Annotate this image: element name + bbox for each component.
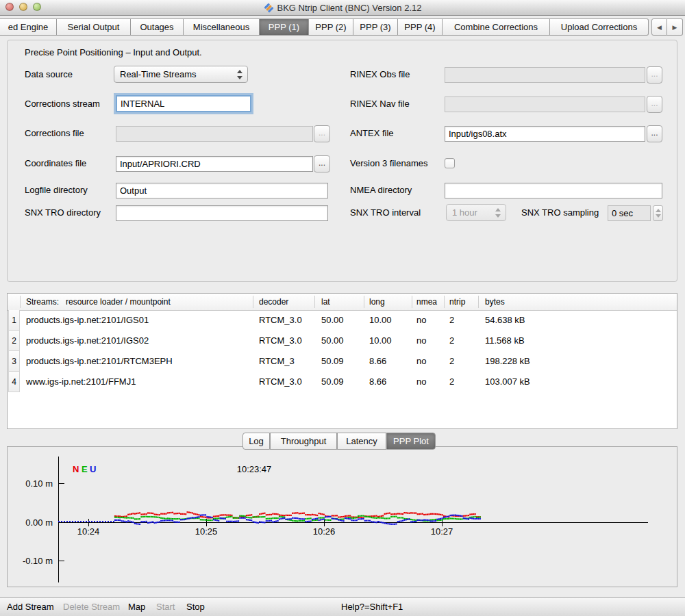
column-header-decoder: decoder xyxy=(259,294,288,310)
x-tick-label: 10:27 xyxy=(431,526,453,537)
cell-ntrip: 2 xyxy=(449,331,454,351)
snx-tro-directory-label: SNX TRO directory xyxy=(25,205,101,221)
combo-updown-icon xyxy=(495,208,501,218)
tab-ed-engine[interactable]: ed Engine xyxy=(0,18,57,36)
stream-row-3[interactable]: 3products.igs-ip.net:2101/RTCM3EPHRTCM_3… xyxy=(8,351,677,372)
snx-tro-interval-select: 1 hour xyxy=(446,204,506,221)
snx-tro-sampling-input xyxy=(608,205,651,221)
coordinates-file-browse-button[interactable]: ... xyxy=(314,155,330,172)
corrections-file-label: Corrections file xyxy=(25,125,84,142)
tab-serial-output[interactable]: Serial Output xyxy=(57,18,131,36)
rinex-obs-file-label: RINEX Obs file xyxy=(350,66,410,83)
tab-scroll-right-button[interactable]: ▶ xyxy=(667,18,683,36)
ppp1-panel: Precise Point Positioning – Input and Ou… xyxy=(7,40,677,282)
logfile-directory-label: Logfile directory xyxy=(25,182,88,198)
corrections-file-browse-button: ... xyxy=(314,125,330,142)
combo-updown-icon xyxy=(237,70,242,79)
cell-mountpoint: www.igs-ip.net:2101/FFMJ1 xyxy=(26,372,136,392)
tab-ppp-4[interactable]: PPP (4) xyxy=(398,18,443,36)
cell-long: 10.00 xyxy=(369,310,392,331)
data-source-value: Real-Time Streams xyxy=(120,69,196,79)
tab-outages[interactable]: Outages xyxy=(131,18,184,36)
tab-ppp-plot[interactable]: PPP Plot xyxy=(386,433,436,450)
cell-nmea: no xyxy=(416,331,426,351)
data-source-label: Data source xyxy=(25,66,73,83)
tab-upload-corrections[interactable]: Upload Corrections xyxy=(550,18,649,36)
cell-ntrip: 2 xyxy=(449,372,454,392)
bottom-toolbar: Add StreamDelete StreamMapStartStop Help… xyxy=(0,597,685,616)
rinex-obs-file-input xyxy=(445,67,645,83)
cell-lat: 50.00 xyxy=(321,310,344,331)
snx-tro-directory-input[interactable] xyxy=(116,205,328,221)
cell-nmea: no xyxy=(416,372,426,392)
coordinates-file-label: Coordinates file xyxy=(25,155,86,172)
add-stream-button[interactable]: Add Stream xyxy=(7,598,54,616)
stream-row-2[interactable]: 2products.igs-ip.net:2101/IGS02RTCM_3.05… xyxy=(8,331,677,351)
cell-lat: 50.09 xyxy=(321,372,344,392)
snx-tro-sampling-stepper xyxy=(653,205,663,221)
cell-bytes: 54.638 kB xyxy=(485,310,525,331)
tab-combine-corrections[interactable]: Combine Corrections xyxy=(443,18,550,36)
bnc-app-icon xyxy=(264,3,274,13)
cell-decoder: RTCM_3 xyxy=(259,351,295,372)
cell-nmea: no xyxy=(416,351,426,372)
cell-nmea: no xyxy=(416,310,426,331)
series-U xyxy=(114,514,481,525)
antex-file-label: ANTEX file xyxy=(350,125,394,142)
stream-row-1[interactable]: 1products.igs-ip.net:2101/IGS01RTCM_3.05… xyxy=(8,310,677,331)
stop-button[interactable]: Stop xyxy=(186,598,205,616)
plot-tab-bar: LogThroughputLatencyPPP Plot xyxy=(242,433,436,450)
rinex-nav-file-label: RINEX Nav file xyxy=(350,96,410,112)
version3-filenames-checkbox[interactable] xyxy=(445,158,455,168)
row-number[interactable]: 1 xyxy=(8,310,20,331)
cell-decoder: RTCM_3.0 xyxy=(259,310,302,331)
coordinates-file-input[interactable] xyxy=(116,156,313,172)
row-number[interactable]: 3 xyxy=(8,351,20,372)
nmea-directory-input[interactable] xyxy=(445,183,662,198)
cell-decoder: RTCM_3.0 xyxy=(259,331,302,351)
streams-table-header: Streams: resource loader / mountpoint de… xyxy=(8,294,677,311)
snx-tro-interval-label: SNX TRO interval xyxy=(350,205,421,221)
tab-throughput[interactable]: Throughput xyxy=(270,433,337,450)
cell-long: 8.66 xyxy=(369,372,386,392)
y-tick-label: 0.00 m xyxy=(25,517,53,528)
tab-miscellaneous[interactable]: Miscellaneous xyxy=(184,18,260,36)
panel-heading: Precise Point Positioning – Input and Ou… xyxy=(25,44,202,61)
logfile-directory-input[interactable] xyxy=(116,183,328,198)
cell-bytes: 11.568 kB xyxy=(485,331,525,351)
tab-ppp-2[interactable]: PPP (2) xyxy=(309,18,353,36)
y-tick-label: -0.10 m xyxy=(23,556,53,566)
map-button[interactable]: Map xyxy=(128,598,145,616)
nmea-directory-label: NMEA directory xyxy=(350,182,412,198)
current-time-label: 10:23:47 xyxy=(237,464,272,474)
corrections-stream-input[interactable] xyxy=(116,95,251,112)
column-header-nmea: nmea xyxy=(416,294,437,310)
version3-filenames-label: Version 3 filenames xyxy=(350,155,427,172)
row-number[interactable]: 2 xyxy=(8,331,20,351)
titlebar: BKG Ntrip Client (BNC) Version 2.12 xyxy=(0,0,685,16)
cell-decoder: RTCM_3.0 xyxy=(259,372,302,392)
tab-ppp-3[interactable]: PPP (3) xyxy=(353,18,398,36)
x-tick-label: 10:24 xyxy=(77,526,100,537)
row-number[interactable]: 4 xyxy=(8,372,20,392)
antex-file-input[interactable] xyxy=(445,126,645,142)
main-tab-bar: ed EngineSerial OutputOutagesMiscellaneo… xyxy=(0,18,649,36)
tab-latency[interactable]: Latency xyxy=(337,433,386,450)
corrections-file-input xyxy=(116,126,313,142)
stream-row-4[interactable]: 4www.igs-ip.net:2101/FFMJ1RTCM_3.050.098… xyxy=(8,372,677,392)
tab-scroll-left-button[interactable]: ◀ xyxy=(651,18,667,36)
column-header-bytes: bytes xyxy=(485,294,505,310)
cell-ntrip: 2 xyxy=(449,351,454,372)
cell-long: 8.66 xyxy=(369,351,386,372)
legend-E: E xyxy=(82,464,88,474)
cell-mountpoint: products.igs-ip.net:2101/RTCM3EPH xyxy=(26,351,173,372)
streams-table: Streams: resource loader / mountpoint de… xyxy=(7,293,677,429)
corrections-stream-label: Corrections stream xyxy=(25,96,100,112)
y-tick-label: 0.10 m xyxy=(25,478,53,489)
data-source-select[interactable]: Real-Time Streams xyxy=(114,66,248,83)
cell-mountpoint: products.igs-ip.net:2101/IGS01 xyxy=(26,310,149,331)
tab-ppp-1[interactable]: PPP (1) xyxy=(260,18,309,36)
antex-file-browse-button[interactable]: ... xyxy=(647,125,662,142)
column-header-long: long xyxy=(369,294,385,310)
tab-log[interactable]: Log xyxy=(242,433,270,450)
